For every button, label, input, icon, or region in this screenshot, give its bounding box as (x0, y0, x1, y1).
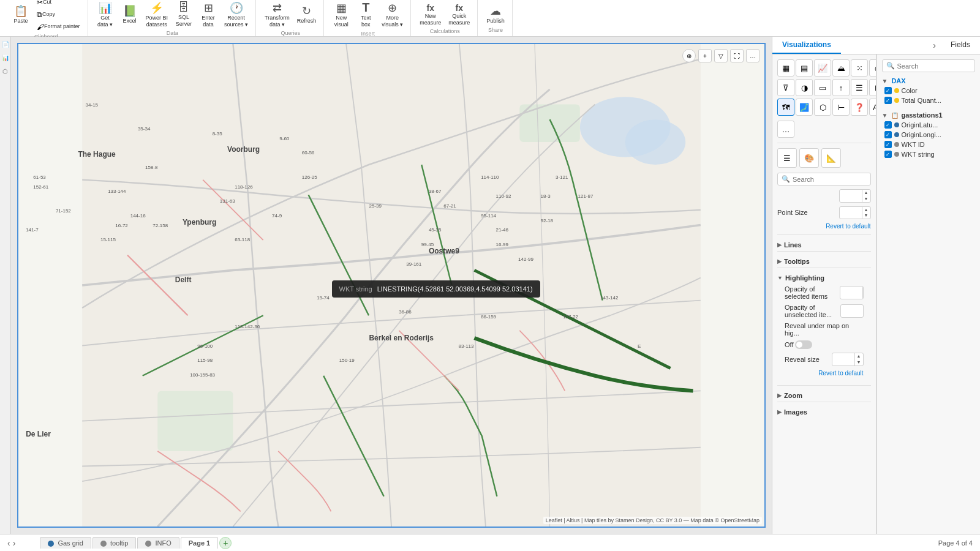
field-origin-longi-check[interactable]: ✓ (884, 131, 892, 138)
zoom-down[interactable]: ▼ (862, 196, 870, 202)
point-size-ctrl[interactable]: 2 ▲ ▼ (839, 206, 871, 220)
point-size-up[interactable]: ▲ (862, 207, 870, 213)
zoom-section-header[interactable]: ▶ Zoom (777, 389, 871, 400)
viz-btn-bar[interactable]: ▦ (777, 59, 794, 77)
field-wkt-id-check[interactable]: ✓ (884, 141, 892, 148)
viz-btn-card[interactable]: ▭ (814, 79, 831, 96)
add-tab-button[interactable]: + (219, 537, 232, 549)
publish-button[interactable]: ☁ Publish (484, 3, 507, 26)
zoom-ctrl[interactable]: 70 ▲ ▼ (839, 189, 871, 203)
viz-btn-gauge[interactable]: ◑ (796, 79, 813, 96)
dax-total-quant-check[interactable]: ✓ (884, 97, 892, 104)
tab-info[interactable]: INFO (137, 537, 179, 549)
prev-page-arrow[interactable]: ‹ (7, 538, 10, 548)
field-origin-latu-check[interactable]: ✓ (884, 121, 892, 129)
copy-button[interactable]: ⧉ Copy (34, 9, 83, 20)
viz-btn-kpi[interactable]: ↑ (832, 79, 850, 96)
cut-button[interactable]: ✂ Cut (34, 0, 83, 8)
field-origin-latu[interactable]: ✓ OriginLatu... (882, 120, 976, 130)
build-analytics-btn[interactable]: 📐 (821, 148, 841, 168)
revert-default-link-2[interactable]: Revert to default (785, 370, 864, 377)
model-view-icon[interactable]: ⬡ (1, 66, 10, 76)
viz-btn-shape-map[interactable]: ⬡ (814, 99, 831, 116)
quick-measure-button[interactable]: fx Quickmeasure (446, 2, 472, 28)
transform-data-button[interactable]: ⇄ Transformdata ▾ (262, 0, 292, 29)
tab-fields[interactable]: Fields (941, 37, 980, 54)
viz-btn-funnel[interactable]: ⊽ (777, 79, 794, 96)
report-view-icon[interactable]: 📄 (1, 39, 10, 49)
text-box-button[interactable]: T Textbox (355, 0, 377, 29)
dax-total-quant-item[interactable]: ✓ Total Quant... (882, 96, 976, 105)
opacity-selected-input[interactable]: 100 (840, 288, 862, 298)
field-wkt-id[interactable]: ✓ WKT ID (882, 140, 976, 149)
viz-btn-stacked[interactable]: ▤ (796, 59, 813, 77)
search-box[interactable]: 🔍 (777, 173, 871, 186)
data-view-icon[interactable]: 📊 (1, 53, 10, 62)
reveal-size-spinner[interactable]: ▲ ▼ (854, 353, 863, 365)
point-size-down[interactable]: ▼ (862, 212, 870, 219)
field-wkt-string-check[interactable]: ✓ (884, 151, 892, 158)
images-header[interactable]: ▶ Images (777, 406, 871, 417)
opacity-selected-ctrl[interactable]: 100 ▲ ▼ (840, 286, 864, 299)
lines-header[interactable]: ▶ Lines (777, 239, 871, 250)
viz-btn-area[interactable]: ⛰ (832, 59, 850, 77)
next-page-arrow[interactable]: › (13, 538, 16, 548)
dax-color-item[interactable]: ✓ Color (882, 86, 976, 96)
viz-btn-table[interactable]: ⊟ (869, 79, 876, 96)
dax-color-check[interactable]: ✓ (884, 87, 892, 94)
map-more-button[interactable]: … (746, 49, 760, 62)
recent-sources-button[interactable]: 🕐 Recentsources ▾ (222, 0, 251, 29)
sql-server-button[interactable]: 🗄 SQLServer (173, 0, 195, 29)
new-measure-button[interactable]: fx Newmeasure (417, 2, 443, 28)
dax-section-header[interactable]: ▼ DAX (882, 76, 976, 86)
opacity-selected-down[interactable]: ▼ (863, 293, 864, 299)
more-visuals-button[interactable]: ⊕ Morevisuals ▾ (379, 0, 405, 29)
viz-btn-decomp[interactable]: ⊢ (832, 99, 850, 116)
get-data-button[interactable]: 📊 Getdata ▾ (94, 0, 116, 29)
map-focus-button[interactable]: ⛶ (730, 49, 744, 62)
viz-btn-line[interactable]: 📈 (814, 59, 831, 77)
map-container[interactable]: ⊕ + ▽ ⛶ … The Hague Voorburg Ypenburg De… (17, 43, 766, 528)
reveal-size-ctrl[interactable]: 200 ▲ ▼ (832, 353, 864, 366)
opacity-unselected-ctrl[interactable]: 20 ▲ ▼ (840, 304, 863, 318)
map-zoom-in-button[interactable]: + (698, 49, 712, 62)
panel-expand-arrow[interactable]: › (928, 37, 941, 54)
point-size-spinner[interactable]: ▲ ▼ (862, 207, 870, 219)
paste-button[interactable]: 📋 Paste (10, 3, 32, 26)
new-visual-button[interactable]: ▦ Newvisual (330, 0, 352, 29)
opacity-unselected-input[interactable]: 20 (841, 306, 863, 316)
gasstations1-expand[interactable]: ▼ (882, 112, 888, 119)
map-locate-button[interactable]: ⊕ (682, 49, 696, 62)
fields-search-box[interactable]: 🔍 (882, 59, 976, 72)
reveal-size-down[interactable]: ▼ (855, 359, 863, 365)
viz-btn-smart[interactable]: Aa (869, 99, 876, 116)
field-origin-longi[interactable]: ✓ OriginLongi... (882, 130, 976, 140)
dax-expand-btn[interactable]: ▼ (882, 78, 888, 84)
tab-tooltip[interactable]: tooltip (92, 537, 136, 549)
field-wkt-string[interactable]: ✓ WKT string (882, 149, 976, 159)
zoom-input[interactable]: 70 (840, 191, 862, 201)
powerbi-datasets-button[interactable]: ⚡ Power BIdatasets (143, 0, 171, 29)
revert-default-link-1[interactable]: Revert to default (777, 223, 871, 230)
reveal-size-up[interactable]: ▲ (855, 353, 863, 359)
viz-btn-pie[interactable]: ◔ (869, 59, 876, 77)
opacity-selected-spinner[interactable]: ▲ ▼ (862, 287, 864, 299)
tab-page1[interactable]: Page 1 (181, 537, 218, 549)
point-size-input[interactable]: 2 (840, 208, 862, 217)
reveal-track[interactable] (795, 340, 812, 349)
viz-btn-filled-map[interactable]: 🗾 (796, 99, 813, 116)
tab-gas-grid[interactable]: Gas grid (40, 537, 91, 549)
excel-button[interactable]: 📗 Excel (119, 3, 141, 26)
reveal-toggle[interactable]: Off (785, 340, 812, 349)
tab-visualizations[interactable]: Visualizations (772, 37, 841, 54)
viz-btn-more[interactable]: … (777, 121, 794, 138)
map-filter-button[interactable]: ▽ (714, 49, 728, 62)
search-input[interactable] (793, 176, 876, 183)
refresh-button[interactable]: ↻ Refresh (295, 3, 319, 26)
format-painter-button[interactable]: 🖌 Format painter (34, 21, 83, 32)
enter-data-button[interactable]: ⊞ Enterdata (197, 0, 219, 29)
viz-btn-qa[interactable]: ❓ (851, 99, 868, 116)
build-field-list-btn[interactable]: ☰ (777, 148, 797, 168)
tooltips-header[interactable]: ▶ Tooltips (777, 255, 871, 266)
viz-btn-map[interactable]: 🗺 (777, 99, 794, 116)
